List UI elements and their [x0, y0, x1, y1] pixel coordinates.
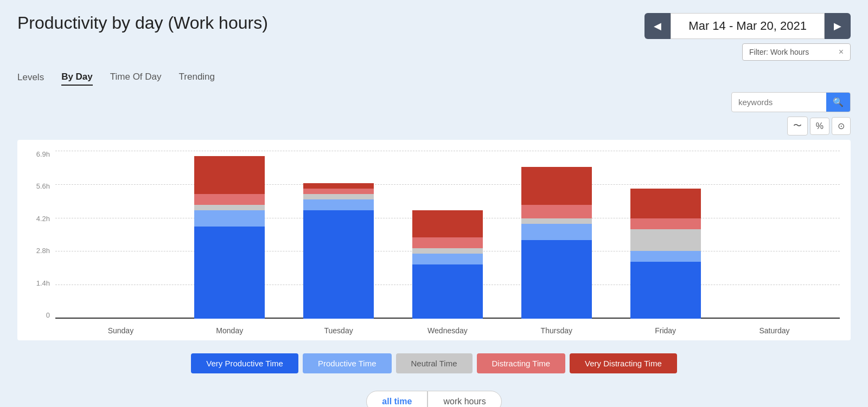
chart-plot: Sunday Monday Tuesday Wednesday Thursday…	[55, 151, 840, 335]
clock-chart-button[interactable]: ⊙	[832, 117, 851, 135]
bar-segment-wednesday-very-productive	[412, 264, 483, 319]
percent-chart-button[interactable]: %	[810, 118, 829, 135]
filter-close-button[interactable]: ×	[839, 47, 844, 57]
bar-stack-thursday	[521, 167, 592, 319]
bar-stack-friday	[630, 189, 701, 319]
bar-segment-tuesday-distracting	[303, 189, 374, 194]
x-label-thursday: Thursday	[513, 326, 600, 335]
tab-trending[interactable]: Trending	[179, 69, 215, 86]
bars-row	[55, 151, 840, 319]
bar-group-tuesday	[295, 183, 382, 319]
next-date-button[interactable]: ▶	[825, 13, 851, 39]
bar-segment-friday-very-productive	[630, 262, 701, 319]
search-input[interactable]	[732, 93, 826, 111]
bar-segment-monday-very-productive	[194, 227, 265, 319]
legend-distracting[interactable]: Distracting Time	[477, 353, 566, 373]
bar-segment-thursday-distracting	[521, 205, 592, 218]
bar-group-monday	[186, 156, 273, 319]
chart-controls-row: 〜 % ⊙	[17, 117, 851, 135]
legend-very-distracting[interactable]: Very Distracting Time	[570, 353, 677, 373]
top-right-controls: ◀ Mar 14 - Mar 20, 2021 ▶ Filter: Work h…	[644, 13, 851, 61]
bar-segment-thursday-very-productive	[521, 240, 592, 319]
bar-stack-wednesday	[412, 210, 483, 319]
bar-group-friday	[622, 189, 709, 319]
bar-stack-tuesday	[303, 183, 374, 319]
y-label-69: 6.9h	[28, 151, 50, 158]
bar-segment-thursday-neutral	[521, 218, 592, 224]
bar-segment-wednesday-distracting	[412, 237, 483, 248]
bar-segment-tuesday-very-productive	[303, 210, 374, 319]
tabs-row: Levels By Day Time Of Day Trending	[17, 69, 851, 86]
x-label-monday: Monday	[186, 326, 273, 335]
bar-group-thursday	[513, 167, 600, 319]
legend-row: Very Productive Time Productive Time Neu…	[17, 353, 851, 373]
bar-segment-friday-neutral	[630, 229, 701, 251]
y-label-28: 2.8h	[28, 247, 50, 254]
bar-group-wednesday	[404, 210, 491, 319]
search-icon: 🔍	[833, 97, 844, 107]
tabs-prefix: Levels	[17, 72, 44, 83]
toggle-row: all time work hours	[17, 391, 851, 407]
toggle-all-time[interactable]: all time	[366, 391, 427, 407]
date-range-label: Mar 14 - Mar 20, 2021	[671, 13, 825, 39]
trend-chart-button[interactable]: 〜	[787, 117, 808, 135]
bar-segment-wednesday-very-distracting	[412, 210, 483, 237]
x-label-tuesday: Tuesday	[295, 326, 382, 335]
bar-segment-wednesday-productive	[412, 254, 483, 264]
prev-date-button[interactable]: ◀	[644, 13, 671, 39]
search-row: 🔍	[17, 92, 851, 112]
tab-time-of-day[interactable]: Time Of Day	[110, 69, 162, 86]
x-label-saturday: Saturday	[731, 326, 818, 335]
x-label-wednesday: Wednesday	[404, 326, 491, 335]
bar-segment-tuesday-productive	[303, 199, 374, 210]
y-label-56: 5.6h	[28, 183, 50, 190]
legend-neutral[interactable]: Neutral Time	[396, 353, 473, 373]
bar-segment-thursday-very-distracting	[521, 167, 592, 205]
chart-area: 0 1.4h 2.8h 4.2h 5.6h 6.9h	[17, 140, 851, 340]
bar-segment-tuesday-very-distracting	[303, 183, 374, 189]
toggle-work-hours[interactable]: work hours	[427, 391, 501, 407]
x-label-sunday: Sunday	[77, 326, 164, 335]
clock-icon: ⊙	[838, 121, 845, 131]
filter-label: Filter: Work hours	[749, 48, 809, 56]
x-labels: Sunday Monday Tuesday Wednesday Thursday…	[55, 326, 840, 335]
y-label-14: 1.4h	[28, 280, 50, 287]
chart-inner: 0 1.4h 2.8h 4.2h 5.6h 6.9h	[28, 151, 840, 335]
search-wrap: 🔍	[731, 92, 851, 112]
x-label-friday: Friday	[622, 326, 709, 335]
tab-by-day[interactable]: By Day	[61, 69, 93, 86]
y-label-42: 4.2h	[28, 215, 50, 222]
page-title: Productivity by day (Work hours)	[17, 13, 268, 33]
header-row: Productivity by day (Work hours) ◀ Mar 1…	[17, 13, 851, 61]
bar-segment-monday-very-distracting	[194, 156, 265, 194]
y-axis: 0 1.4h 2.8h 4.2h 5.6h 6.9h	[28, 151, 50, 335]
bar-segment-friday-productive	[630, 251, 701, 262]
legend-very-productive[interactable]: Very Productive Time	[191, 353, 298, 373]
bar-segment-monday-neutral	[194, 205, 265, 210]
bar-stack-monday	[194, 156, 265, 319]
bar-segment-thursday-productive	[521, 224, 592, 240]
percent-icon: %	[816, 121, 824, 131]
y-label-0: 0	[28, 312, 50, 319]
filter-badge: Filter: Work hours ×	[742, 43, 851, 61]
trend-icon: 〜	[793, 121, 802, 130]
bar-segment-wednesday-neutral	[412, 248, 483, 254]
legend-productive[interactable]: Productive Time	[303, 353, 392, 373]
bar-segment-friday-very-distracting	[630, 189, 701, 218]
bar-segment-monday-productive	[194, 210, 265, 227]
bar-segment-friday-distracting	[630, 218, 701, 229]
search-button[interactable]: 🔍	[826, 93, 850, 112]
bar-segment-tuesday-neutral	[303, 194, 374, 199]
bar-segment-monday-distracting	[194, 194, 265, 205]
date-navigator: ◀ Mar 14 - Mar 20, 2021 ▶	[644, 13, 851, 39]
